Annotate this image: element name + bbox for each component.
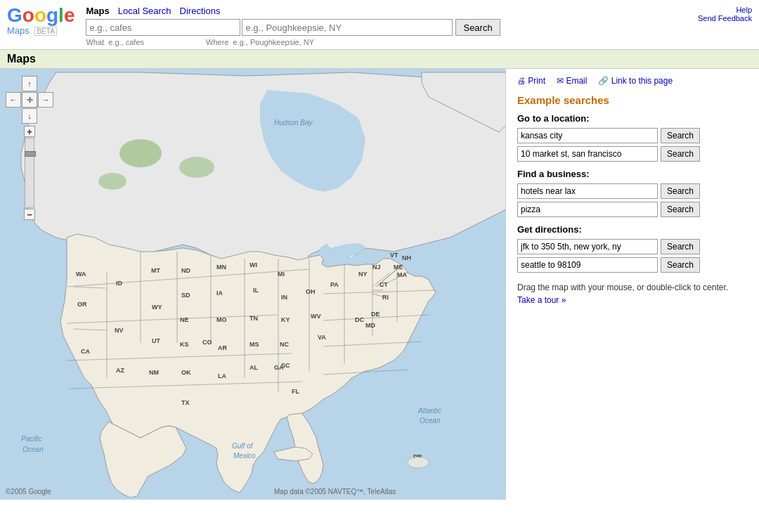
example-input-hotels[interactable]: [517, 183, 658, 199]
nd-label: ND: [181, 267, 190, 274]
nv-label: NV: [115, 327, 124, 334]
or-label: OR: [77, 301, 87, 308]
gulf-mexico-label: Gulf of: [232, 442, 254, 450]
where-hint: Where e.g., Poughkeepsie, NY: [206, 38, 314, 46]
sd-label: SD: [181, 292, 190, 299]
pa-label: PA: [330, 281, 339, 288]
example-row-pizza: Search: [517, 202, 748, 217]
nav-local-search[interactable]: Local Search: [118, 6, 171, 16]
search-button-main[interactable]: Search: [455, 19, 500, 36]
example-searches-title: Example searches: [517, 94, 748, 106]
example-row-sf: Search: [517, 146, 748, 162]
example-search-btn-sf[interactable]: Search: [661, 146, 700, 162]
la-label: LA: [218, 372, 226, 379]
search-where-input[interactable]: the map area below: [242, 19, 453, 36]
map-container[interactable]: ↑ ← ✛ → ↓ + −: [0, 69, 506, 500]
vt-label: VT: [390, 252, 398, 259]
example-input-jfk[interactable]: [517, 239, 658, 254]
fl-label: FL: [292, 388, 299, 395]
mi-label: MI: [278, 271, 285, 278]
nav-maps-label: Maps: [86, 6, 109, 16]
ut-label: UT: [152, 337, 160, 344]
al-label: AL: [249, 364, 258, 371]
example-search-btn-pizza[interactable]: Search: [661, 202, 700, 217]
ca-label: CA: [81, 348, 90, 355]
main-content: ↑ ← ✛ → ↓ + −: [0, 69, 759, 500]
gulf-mexico-label-2: Mexico: [233, 452, 256, 460]
oh-label: OH: [306, 288, 316, 295]
mo-label: MO: [216, 316, 227, 323]
wy-label: WY: [152, 304, 162, 311]
va-label: VA: [318, 334, 326, 341]
zoom-in-button[interactable]: +: [24, 126, 35, 137]
ne-label: NE: [180, 316, 189, 323]
de-label: DE: [371, 311, 380, 318]
example-input-seattle[interactable]: [517, 257, 658, 273]
pan-right-button[interactable]: →: [38, 92, 53, 108]
maps-title-bar: Maps: [0, 50, 759, 69]
pacific-ocean-label: Pacific: [21, 435, 41, 443]
ar-label: AR: [218, 344, 227, 351]
example-row-seattle: Search: [517, 257, 748, 273]
example-input-sf[interactable]: [517, 146, 658, 162]
example-search-btn-jfk[interactable]: Search: [661, 239, 700, 254]
atlantic-ocean-label: Atlantic: [417, 407, 441, 415]
canada-forest-2: [179, 157, 214, 178]
drag-note: Drag the map with your mouse, or double-…: [517, 281, 748, 306]
co-label: CO: [202, 339, 212, 346]
ms-label: MS: [249, 341, 259, 348]
copyright-navteq: Map data ©2005 NAVTEQ™, TeleAtlas: [274, 488, 396, 495]
example-input-pizza[interactable]: [517, 202, 658, 217]
nav-links: Maps Local Search Directions: [86, 6, 690, 16]
help-link[interactable]: Help: [698, 6, 752, 14]
nh-label: NH: [402, 254, 411, 261]
pan-down-button[interactable]: ↓: [22, 108, 37, 124]
tx-label: TX: [181, 399, 190, 406]
nav-directions[interactable]: Directions: [180, 6, 221, 16]
find-business-title: Find a business:: [517, 169, 748, 179]
maps-logo-row: Maps BETA: [7, 25, 74, 36]
google-logo: Google: [7, 6, 74, 25]
pan-left-button[interactable]: ←: [6, 92, 21, 108]
ks-label: KS: [180, 341, 189, 348]
example-search-btn-hotels[interactable]: Search: [661, 183, 700, 199]
example-input-kansas[interactable]: [517, 128, 658, 143]
zoom-thumb[interactable]: [25, 151, 36, 157]
print-link[interactable]: 🖨 Print: [517, 76, 545, 86]
zoom-out-button[interactable]: −: [24, 209, 35, 220]
example-search-btn-seattle[interactable]: Search: [661, 257, 700, 273]
ia-label: IA: [216, 290, 223, 297]
logo-area: Google Maps BETA: [7, 6, 74, 36]
example-row-hotels: Search: [517, 183, 748, 199]
in-label: IN: [281, 294, 287, 301]
wi-label: WI: [249, 261, 257, 268]
tn-label: TN: [249, 315, 258, 322]
mn-label: MN: [216, 264, 226, 271]
canada-forest-1: [119, 139, 162, 167]
beta-badge: BETA: [34, 27, 56, 36]
pr-island: [408, 457, 429, 468]
search-what-input[interactable]: [86, 19, 240, 36]
maps-logo-label: Maps: [7, 25, 30, 36]
right-panel: 🖨 Print ✉ Email 🔗 Link to this page Exam…: [506, 69, 759, 500]
pan-center-button[interactable]: ✛: [22, 92, 37, 108]
md-label: MD: [365, 322, 375, 329]
wa-label: WA: [76, 271, 86, 278]
wv-label: WV: [311, 313, 321, 320]
pan-up-button[interactable]: ↑: [22, 76, 37, 91]
feedback-link[interactable]: Send Feedback: [698, 14, 752, 22]
take-a-tour-link[interactable]: Take a tour »: [517, 295, 566, 305]
link-to-page-link[interactable]: 🔗 Link to this page: [598, 76, 673, 86]
help-links: Help Send Feedback: [698, 6, 752, 22]
zoom-slider: + −: [24, 126, 35, 220]
ok-label: OK: [181, 369, 191, 376]
map-svg[interactable]: WA OR CA ID NV AZ MT WY UT NM ND SD NE K…: [0, 69, 506, 498]
il-label: IL: [253, 287, 259, 294]
zoom-track[interactable]: [25, 138, 34, 208]
what-hint: What e.g., cafes: [86, 38, 144, 46]
example-row-kansas: Search: [517, 128, 748, 143]
header: Google Maps BETA Maps Local Search Direc…: [0, 0, 759, 50]
email-link[interactable]: ✉ Email: [557, 76, 587, 86]
atlantic-ocean-label-2: Ocean: [420, 417, 441, 424]
example-search-btn-kansas[interactable]: Search: [661, 128, 700, 143]
